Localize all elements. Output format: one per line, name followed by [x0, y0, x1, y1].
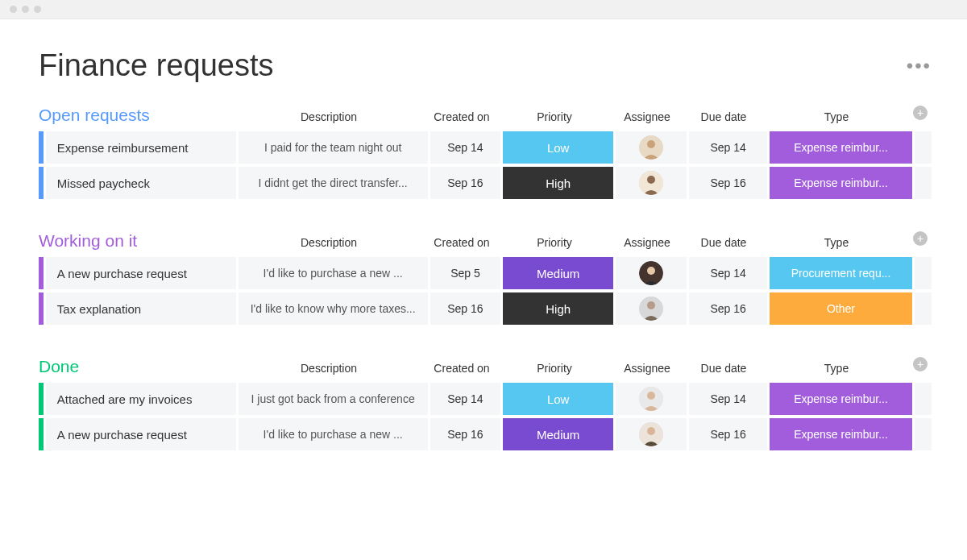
cell-description[interactable]: I paid for the team night out — [239, 131, 428, 164]
avatar — [639, 422, 663, 446]
chrome-dot — [10, 6, 17, 13]
row-accent — [39, 257, 44, 289]
cell-priority[interactable]: High — [503, 292, 613, 325]
cell-name[interactable]: Tax explanation — [46, 292, 236, 325]
column-header-assignee[interactable]: Assignee — [611, 362, 683, 380]
cell-type[interactable]: Expense reimbur... — [770, 383, 911, 415]
column-header-description[interactable]: Description — [232, 110, 425, 128]
table-row[interactable]: A new purchase request I'd like to purch… — [39, 257, 932, 289]
group-title-open[interactable]: Open requests — [39, 106, 232, 128]
more-menu-icon[interactable]: ••• — [907, 55, 932, 77]
svg-point-5 — [647, 267, 655, 275]
cell-description[interactable]: I just got back from a conference — [239, 383, 428, 415]
cell-tail — [915, 418, 932, 450]
chrome-dot — [34, 6, 41, 13]
cell-priority[interactable]: Medium — [503, 257, 613, 289]
column-header-created[interactable]: Created on — [425, 362, 498, 380]
svg-point-9 — [647, 392, 655, 400]
column-header-type[interactable]: Type — [764, 362, 909, 380]
chrome-dot — [22, 6, 29, 13]
group-open: Open requests Description Created on Pri… — [39, 106, 932, 199]
cell-tail — [915, 257, 932, 289]
cell-assignee[interactable] — [616, 383, 687, 415]
column-header-priority[interactable]: Priority — [498, 236, 611, 254]
cell-assignee[interactable] — [616, 257, 687, 289]
column-header-description[interactable]: Description — [232, 362, 425, 380]
cell-created[interactable]: Sep 16 — [430, 292, 501, 325]
column-header-assignee[interactable]: Assignee — [611, 110, 683, 128]
column-header-assignee[interactable]: Assignee — [611, 236, 683, 254]
cell-description[interactable]: I didnt get the direct transfer... — [239, 167, 428, 199]
cell-created[interactable]: Sep 14 — [430, 383, 501, 415]
cell-due[interactable]: Sep 16 — [689, 418, 768, 450]
cell-created[interactable]: Sep 16 — [430, 418, 501, 450]
add-column-icon[interactable]: + — [913, 106, 928, 120]
avatar — [639, 297, 663, 321]
avatar — [639, 387, 663, 411]
column-header-description[interactable]: Description — [232, 236, 425, 254]
column-header-type[interactable]: Type — [764, 236, 909, 254]
cell-assignee[interactable] — [616, 292, 687, 325]
column-header-due[interactable]: Due date — [683, 362, 764, 380]
cell-description[interactable]: I'd like to purchase a new ... — [239, 257, 428, 289]
avatar — [639, 135, 663, 160]
cell-tail — [915, 383, 932, 415]
table-row[interactable]: Attached are my invoices I just got back… — [39, 383, 932, 415]
column-header-due[interactable]: Due date — [683, 110, 764, 128]
table-row[interactable]: Tax explanation I'd like to know why mor… — [39, 292, 932, 325]
cell-priority[interactable]: Medium — [503, 418, 613, 450]
svg-point-3 — [647, 176, 655, 184]
cell-tail — [915, 167, 932, 199]
group-title-working[interactable]: Working on it — [39, 231, 232, 254]
table-row[interactable]: Missed paycheck I didnt get the direct t… — [39, 167, 932, 199]
cell-due[interactable]: Sep 16 — [689, 167, 768, 199]
cell-assignee[interactable] — [616, 418, 687, 450]
cell-description[interactable]: I'd like to know why more taxes... — [239, 292, 428, 325]
cell-name[interactable]: Missed paycheck — [46, 167, 236, 199]
column-header-due[interactable]: Due date — [683, 236, 764, 254]
row-accent — [39, 418, 44, 450]
cell-created[interactable]: Sep 16 — [430, 167, 501, 199]
column-header-priority[interactable]: Priority — [498, 362, 611, 380]
column-header-type[interactable]: Type — [764, 110, 909, 128]
cell-priority[interactable]: High — [503, 167, 613, 199]
row-accent — [39, 292, 44, 325]
row-accent — [39, 131, 44, 164]
window-chrome — [0, 0, 967, 19]
cell-type[interactable]: Expense reimbur... — [770, 418, 911, 450]
svg-point-1 — [647, 140, 655, 148]
cell-due[interactable]: Sep 14 — [689, 131, 768, 164]
cell-type[interactable]: Other — [770, 292, 911, 325]
cell-type[interactable]: Expense reimbur... — [770, 131, 911, 164]
column-header-created[interactable]: Created on — [425, 236, 498, 254]
table-row[interactable]: A new purchase request I'd like to purch… — [39, 418, 932, 450]
cell-due[interactable]: Sep 16 — [689, 292, 768, 325]
cell-type[interactable]: Expense reimbur... — [770, 167, 911, 199]
page-title: Finance requests — [39, 48, 274, 83]
cell-name[interactable]: A new purchase request — [46, 418, 236, 450]
cell-name[interactable]: Attached are my invoices — [46, 383, 236, 415]
svg-point-11 — [647, 427, 655, 435]
add-column-icon[interactable]: + — [913, 231, 928, 246]
cell-description[interactable]: I'd like to purchase a new ... — [239, 418, 428, 450]
cell-created[interactable]: Sep 5 — [430, 257, 501, 289]
column-header-priority[interactable]: Priority — [498, 110, 611, 128]
cell-due[interactable]: Sep 14 — [689, 257, 768, 289]
cell-priority[interactable]: Low — [503, 131, 613, 164]
group-working: Working on it Description Created on Pri… — [39, 231, 932, 325]
add-column-icon[interactable]: + — [913, 357, 928, 371]
cell-type[interactable]: Procurement requ... — [770, 257, 911, 289]
group-title-done[interactable]: Done — [39, 357, 232, 380]
column-header-created[interactable]: Created on — [425, 110, 498, 128]
cell-assignee[interactable] — [616, 131, 687, 164]
cell-name[interactable]: A new purchase request — [46, 257, 236, 289]
group-done: Done Description Created on Priority Ass… — [39, 357, 932, 450]
cell-priority[interactable]: Low — [503, 383, 613, 415]
cell-name[interactable]: Expense reimbursement — [46, 131, 236, 164]
row-accent — [39, 383, 44, 415]
table-row[interactable]: Expense reimbursement I paid for the tea… — [39, 131, 932, 164]
cell-assignee[interactable] — [616, 167, 687, 199]
svg-point-7 — [647, 301, 655, 309]
cell-due[interactable]: Sep 14 — [689, 383, 768, 415]
cell-created[interactable]: Sep 14 — [430, 131, 501, 164]
